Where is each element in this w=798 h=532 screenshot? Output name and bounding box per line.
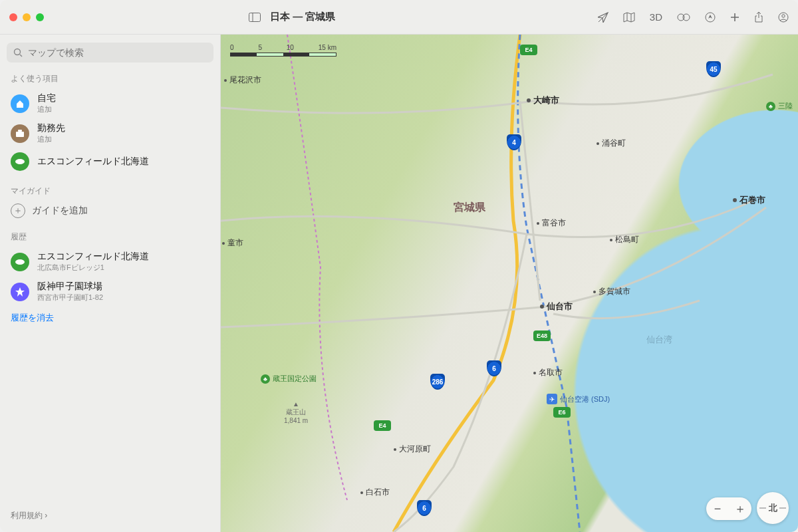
window-controls: [9, 13, 44, 21]
close-window[interactable]: [9, 13, 17, 21]
compass-button[interactable]: 北: [757, 492, 789, 524]
page-title: 日本 — 宮城県: [270, 11, 335, 23]
tree-icon: ♣: [766, 102, 775, 111]
expressway-shield: E6: [553, 407, 571, 418]
svg-line-9: [20, 55, 22, 57]
bay-label: 仙台湾: [646, 334, 672, 346]
sidebar-item-label: 阪神甲子園球場: [37, 281, 103, 293]
city-label-major[interactable]: 仙台市: [540, 301, 573, 313]
city-label[interactable]: 尾花沢市: [224, 74, 261, 86]
stadium-icon: [11, 253, 29, 271]
sidebar-item-label: 自宅: [37, 92, 56, 104]
airport-poi[interactable]: ✈仙台空港 (SDJ): [547, 394, 610, 404]
minimize-window[interactable]: [23, 13, 31, 21]
star-icon: [11, 283, 29, 301]
account-icon[interactable]: [778, 12, 789, 23]
search-input[interactable]: [28, 47, 207, 58]
map-canvas[interactable]: 051015 km 宮城県 仙台湾 仙台市大崎市石巻市尾花沢市涌谷町富谷市松島町…: [221, 35, 798, 532]
sidebar-item-work[interactable]: 勤務先追加: [7, 118, 213, 148]
sidebar-item-label: エスコンフィールド北海道: [37, 251, 149, 263]
park-poi[interactable]: ♣蔵王国定公園: [261, 374, 317, 384]
sidebar-item-label: エスコンフィールド北海道: [37, 156, 149, 168]
city-label[interactable]: 松島町: [610, 234, 639, 245]
expressway-shield: E4: [520, 45, 537, 55]
airplane-icon: ✈: [547, 394, 557, 404]
toolbar-right: 3D: [598, 11, 789, 23]
tree-icon: ♣: [261, 374, 270, 384]
scale-bar: 051015 km: [230, 44, 336, 57]
zoom-in-button[interactable]: ＋: [729, 497, 751, 520]
lookaround-icon[interactable]: [677, 13, 690, 22]
sidebar-item-history[interactable]: エスコンフィールド北海道北広島市Fビレッジ1: [7, 247, 213, 277]
expressway-shield: E4: [374, 420, 391, 431]
expressway-shield: E48: [533, 331, 551, 341]
svg-point-13: [15, 259, 25, 265]
terms-link[interactable]: 利用規約 ›: [7, 505, 213, 527]
sidebar-item-home[interactable]: 自宅追加: [7, 88, 213, 118]
svg-rect-11: [18, 130, 22, 132]
favorites-header: よく使う項目: [11, 73, 209, 84]
city-label[interactable]: 名取市: [533, 367, 563, 378]
zoom-control: − ＋: [706, 497, 751, 520]
prefecture-label: 宮城県: [454, 201, 485, 215]
stadium-icon: [11, 152, 29, 171]
city-label-major[interactable]: 大崎市: [527, 94, 559, 106]
city-label[interactable]: 童市: [222, 237, 243, 249]
sidebar: よく使う項目 自宅追加 勤務先追加 エスコンフィールド北海道 マイガイド ＋ ガ…: [0, 35, 221, 532]
location-icon[interactable]: [598, 12, 608, 23]
park-poi[interactable]: ♣三陸: [766, 101, 793, 111]
sidebar-item-history[interactable]: 阪神甲子園球場西宮市甲子園町1-82: [7, 277, 213, 307]
svg-point-12: [15, 159, 25, 164]
mountain-peak: ▲蔵王山1,841 m: [284, 400, 308, 424]
clear-history-button[interactable]: 履歴を消去: [7, 307, 213, 329]
directions-icon[interactable]: [705, 12, 716, 23]
zoom-out-button[interactable]: −: [706, 497, 729, 520]
sidebar-icon: [249, 13, 261, 22]
search-icon: [13, 48, 23, 57]
fullscreen-window[interactable]: [36, 13, 44, 21]
briefcase-icon: [11, 124, 29, 143]
city-label[interactable]: 富谷市: [537, 217, 566, 229]
svg-rect-10: [16, 132, 24, 137]
city-label-major[interactable]: 石巻市: [733, 194, 765, 206]
titlebar: 日本 — 宮城県 3D: [0, 0, 798, 35]
city-label[interactable]: 白石市: [360, 487, 390, 498]
add-guide-button[interactable]: ＋ ガイドを追加: [7, 201, 213, 221]
sidebar-item-label: 勤務先: [37, 122, 65, 134]
plus-circle-icon: ＋: [11, 203, 25, 218]
sidebar-item-favorite-place[interactable]: エスコンフィールド北海道: [7, 148, 213, 175]
svg-rect-0: [249, 13, 261, 21]
home-icon: [11, 94, 29, 113]
map-roads: [221, 35, 798, 532]
share-icon[interactable]: [754, 12, 763, 23]
city-label[interactable]: 涌谷町: [597, 138, 626, 149]
svg-point-7: [782, 14, 785, 17]
city-label[interactable]: 大河原町: [394, 444, 431, 455]
svg-point-8: [15, 49, 21, 55]
3d-toggle[interactable]: 3D: [650, 11, 662, 23]
history-header: 履歴: [11, 231, 209, 243]
guides-header: マイガイド: [11, 186, 209, 197]
sidebar-toggle-button[interactable]: [249, 13, 261, 22]
city-label[interactable]: 多賀城市: [593, 286, 630, 297]
search-field[interactable]: [7, 43, 213, 63]
add-icon[interactable]: [730, 13, 739, 22]
map-mode-icon[interactable]: [623, 12, 635, 23]
